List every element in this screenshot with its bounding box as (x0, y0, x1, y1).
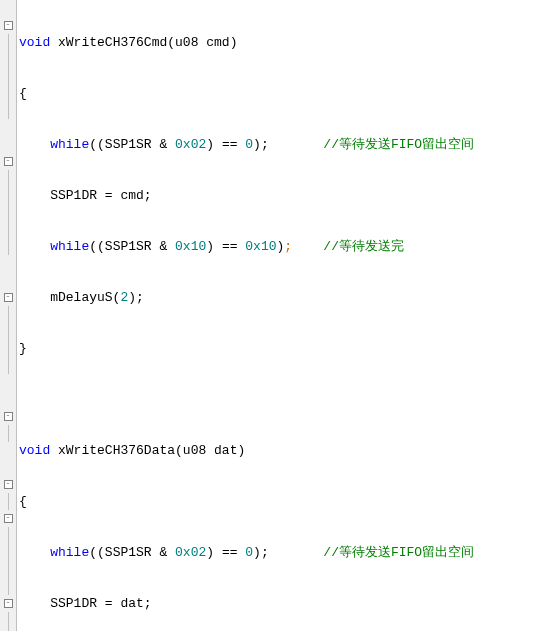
fold-gutter: - - - - - - - (0, 0, 17, 631)
fold-toggle[interactable]: - (0, 408, 16, 425)
code-line[interactable]: while((SSP1SR & 0x02) == 0); //等待发送FIFO留… (19, 544, 543, 561)
code-line[interactable]: void xWriteCH376Data(u08 dat) (19, 442, 543, 459)
fold-toggle[interactable]: - (0, 510, 16, 527)
code-line[interactable]: SSP1DR = dat; (19, 595, 543, 612)
code-line[interactable]: void xWriteCH376Cmd(u08 cmd) (19, 34, 543, 51)
code-line[interactable]: while((SSP1SR & 0x10) == 0x10); //等待发送完 (19, 238, 543, 255)
code-line[interactable]: while((SSP1SR & 0x02) == 0); //等待发送FIFO留… (19, 136, 543, 153)
fold-toggle[interactable]: - (0, 476, 16, 493)
code-line[interactable]: { (19, 85, 543, 102)
fold-toggle[interactable]: - (0, 17, 16, 34)
fold-toggle[interactable]: - (0, 595, 16, 612)
fold-toggle[interactable]: - (0, 153, 16, 170)
code-line[interactable]: { (19, 493, 543, 510)
code-line[interactable]: mDelayuS(2); (19, 289, 543, 306)
fold-toggle[interactable]: - (0, 289, 16, 306)
code-editor[interactable]: - - - - - - - v (0, 0, 543, 631)
code-line[interactable] (19, 391, 543, 408)
code-area[interactable]: void xWriteCH376Cmd(u08 cmd) { while((SS… (17, 0, 543, 631)
code-line[interactable]: } (19, 340, 543, 357)
code-line[interactable]: SSP1DR = cmd; (19, 187, 543, 204)
